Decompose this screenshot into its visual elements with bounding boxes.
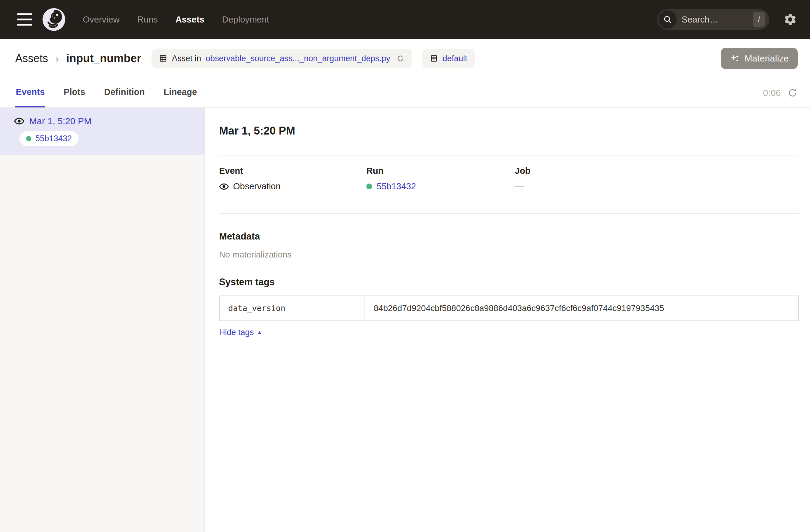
column-header-job: Job (515, 166, 799, 176)
nav-assets[interactable]: Assets (176, 15, 205, 25)
nav-runs[interactable]: Runs (137, 15, 158, 25)
asset-tabs: Events Plots Definition Lineage 0:06 (0, 78, 810, 108)
reload-definition-icon[interactable] (396, 54, 405, 63)
divider (219, 156, 799, 156)
materialize-button[interactable]: Materialize (721, 48, 798, 69)
run-id-chip[interactable]: 55b13432 (19, 131, 79, 146)
settings-gear-icon[interactable] (783, 13, 797, 27)
caret-up-icon: ▲ (257, 329, 262, 336)
dagster-logo-icon[interactable] (42, 7, 66, 31)
column-header-event: Event (219, 166, 366, 176)
grid-icon (159, 54, 167, 63)
run-id-link: 55b13432 (35, 134, 72, 143)
asset-definition-pill: Asset in observable_source_ass..._non_ar… (151, 49, 412, 68)
event-list-sidebar: Mar 1, 5:20 PM 55b13432 (0, 108, 205, 532)
divider (219, 213, 799, 214)
run-id-link[interactable]: 55b13432 (377, 181, 416, 191)
top-nav-bar: Overview Runs Assets Deployment / (0, 0, 810, 39)
event-detail-headers: Event Run Job (219, 166, 799, 176)
event-detail-panel: Mar 1, 5:20 PM Event Run Job Observation (205, 108, 810, 532)
tab-plots[interactable]: Plots (63, 78, 86, 108)
nav-deployment[interactable]: Deployment (222, 15, 269, 25)
search-icon (659, 10, 677, 29)
repo-grid-icon (430, 54, 438, 63)
event-detail-row: Observation 55b13432 — (219, 181, 799, 191)
hide-tags-link[interactable]: Hide tags ▲ (219, 328, 262, 337)
job-value: — (515, 181, 799, 191)
asset-source-file-link[interactable]: observable_source_ass..._non_argument_de… (206, 54, 390, 63)
refresh-icon[interactable] (788, 88, 798, 98)
run-status-dot (366, 183, 372, 189)
search-input[interactable] (682, 15, 753, 25)
nav-overview[interactable]: Overview (83, 15, 119, 25)
primary-nav: Overview Runs Assets Deployment (83, 15, 269, 25)
asset-in-label: Asset in (172, 54, 201, 63)
event-type-label: Observation (233, 181, 280, 191)
asset-header: Assets › input_number Asset in observabl… (0, 39, 810, 78)
event-timestamp-link[interactable]: Mar 1, 5:20 PM (29, 116, 92, 126)
run-status-dot (26, 136, 31, 141)
tag-key-cell: data_version (220, 296, 365, 321)
hide-tags-label: Hide tags (219, 328, 254, 337)
tab-definition[interactable]: Definition (103, 78, 145, 108)
system-tags-table: data_version 84b26d7d9204cbf588026c8a988… (219, 295, 799, 321)
system-tags-heading: System tags (219, 277, 799, 288)
metadata-heading: Metadata (219, 231, 799, 242)
search-shortcut-key: / (753, 12, 765, 27)
hamburger-menu-icon[interactable] (17, 13, 32, 26)
repo-pill: default (422, 49, 475, 68)
breadcrumb-separator: › (55, 53, 59, 65)
eye-icon (14, 116, 25, 126)
dagster-app: Overview Runs Assets Deployment / Assets… (0, 0, 810, 532)
event-list-item[interactable]: Mar 1, 5:20 PM 55b13432 (0, 108, 205, 155)
global-search[interactable]: / (657, 9, 769, 30)
tab-lineage[interactable]: Lineage (163, 78, 198, 108)
tab-events[interactable]: Events (15, 78, 45, 108)
repo-default-link[interactable]: default (443, 54, 467, 63)
eye-icon (219, 182, 229, 191)
column-header-run: Run (366, 166, 515, 176)
breadcrumb-assets-link[interactable]: Assets (15, 52, 48, 65)
refresh-countdown: 0:06 (763, 88, 781, 98)
metadata-empty-message: No materializations (219, 250, 799, 260)
materialize-label: Materialize (745, 53, 789, 64)
table-row: data_version 84b26d7d9204cbf588026c8a988… (220, 296, 798, 321)
tag-value-cell: 84b26d7d9204cbf588026c8a9886d403a6c9637c… (365, 296, 798, 321)
event-detail-title: Mar 1, 5:20 PM (219, 125, 799, 137)
sparkle-icon (730, 53, 740, 63)
page-title: input_number (66, 52, 141, 65)
